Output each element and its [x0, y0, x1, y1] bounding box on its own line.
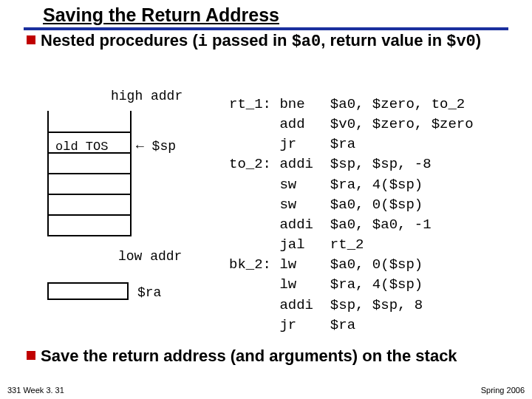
stack-cell [49, 214, 130, 235]
sp-pointer-label: ← $sp [136, 139, 176, 154]
code-v0: $v0 [446, 33, 476, 51]
slide: Saving the Return Address Nested procedu… [0, 0, 532, 399]
old-tos-label: old TOS [55, 140, 108, 154]
assembly-listing: rt_1: bne $a0, $zero, to_2 add $v0, $zer… [229, 95, 474, 335]
stack-cell [49, 152, 130, 173]
stack-cell [49, 194, 130, 214]
t: , return value in [321, 31, 446, 50]
high-addr-label: high addr [111, 89, 183, 103]
bullet-icon [27, 351, 35, 360]
stack-cell [49, 173, 130, 194]
slide-title: Saving the Return Address [43, 4, 279, 26]
stack-cell [49, 111, 130, 132]
footer-left: 331 Week 3. 31 [7, 386, 64, 395]
code-i: i [198, 33, 208, 51]
footer-right: Spring 2006 [481, 386, 525, 395]
bullet-2-text: Save the return address (and arguments) … [41, 346, 521, 366]
stack-diagram [47, 111, 132, 236]
ra-register-box [47, 282, 129, 300]
bullet-icon [27, 35, 35, 44]
low-addr-label: low addr [118, 249, 182, 264]
ra-label: $ra [137, 285, 161, 300]
stack-border [47, 111, 132, 236]
bullet-1-text: Nested procedures (i passed in $a0, retu… [41, 30, 514, 52]
t: ) [476, 31, 481, 50]
t: Nested procedures ( [41, 31, 198, 50]
t: passed in [208, 31, 292, 50]
code-a0: $a0 [292, 33, 321, 51]
